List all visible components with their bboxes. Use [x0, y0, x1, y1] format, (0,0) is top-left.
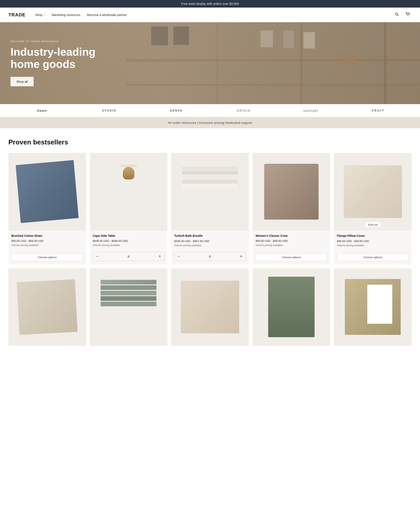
product-image-2: [90, 153, 167, 230]
product-name-3: Turkish Bath Bundle: [174, 234, 246, 238]
towel-row-5: [182, 184, 238, 188]
search-button[interactable]: [393, 11, 401, 19]
towel-row-2: [182, 171, 238, 175]
product-price-5: $40.00 USD - $49.00 USD: [337, 240, 409, 243]
pillow-linen-image: [181, 281, 239, 333]
product-actions-2: − 0 +: [90, 250, 167, 264]
product-name-4: Women's Classic Crew: [255, 234, 327, 238]
benefits-bar: No order minimums | Exclusive pricing| D…: [0, 117, 420, 128]
header-actions: [393, 11, 411, 19]
pillow-blue-image: [16, 160, 79, 223]
product-image-r2-4: [253, 268, 330, 346]
product-volume-1: Volume pricing available: [11, 244, 83, 247]
brand-spotlight[interactable]: spotlight: [277, 108, 344, 113]
side-table-image: [103, 164, 154, 219]
product-price-2: $449.00 USD - $499.00 USD: [93, 239, 165, 243]
product-card-r2-5: [334, 268, 411, 346]
chevron-down-icon: ⌄: [43, 14, 45, 16]
product-info-4: Women's Classic Crew $50.00 USD - $59.00…: [253, 230, 330, 251]
towels-image: [182, 166, 238, 217]
minus-icon-3: −: [177, 254, 180, 259]
product-grid-row1: Brushed Cotton Sham $50.00 USD - $59.00 …: [9, 153, 411, 264]
decrease-qty-3[interactable]: −: [174, 252, 183, 261]
product-grid-row2: [9, 268, 411, 346]
brand-dawn[interactable]: Dawn: [9, 108, 76, 113]
product-actions-3: − 0 +: [171, 250, 249, 264]
pillow-cream2-image: [17, 279, 78, 335]
svg-point-3: [409, 16, 409, 16]
qty-value-3: 0: [183, 255, 237, 258]
quantity-stepper-3: − 0 +: [174, 252, 246, 261]
svg-line-1: [398, 15, 399, 16]
pillow-cream-image: [344, 165, 402, 218]
product-name-2: Cape Side Table: [93, 234, 165, 238]
product-price-3: $430.00 USD - $467.00 USD: [174, 240, 246, 243]
product-info-3: Turkish Bath Bundle $430.00 USD - $467.0…: [171, 230, 249, 250]
product-image-r2-2: [90, 268, 167, 346]
product-image-3: [171, 153, 249, 230]
announcement-bar: Free towel display with orders over $2,5…: [0, 0, 420, 8]
svg-point-2: [407, 16, 408, 16]
product-info-1: Brushed Cotton Sham $50.00 USD - $59.00 …: [9, 230, 86, 251]
increase-qty-3[interactable]: +: [237, 252, 246, 261]
choose-options-button-4[interactable]: Choose options: [255, 253, 327, 261]
nav-item-shop[interactable]: Shop ⌄: [32, 11, 48, 18]
sweater-image: [264, 164, 319, 220]
product-volume-4: Volume pricing available: [255, 244, 327, 247]
hero-content: WELCOME TO TRADE WHOLESALE Industry-lead…: [0, 30, 126, 96]
product-name-5: Flange Pillow Cover: [337, 234, 409, 238]
product-card-2: Cape Side Table $449.00 USD - $499.00 US…: [90, 153, 167, 264]
choose-options-button-5[interactable]: Choose options: [337, 253, 409, 261]
brand-origin[interactable]: ORIGIN: [210, 108, 277, 113]
brand-strip: Dawn STUDIO SENSE ORIGIN spotlight CRAFT: [0, 104, 420, 117]
product-card-r2-1: [9, 268, 86, 346]
svg-point-0: [395, 13, 398, 15]
towel-gray-1: [101, 280, 157, 284]
product-name-1: Brushed Cotton Sham: [11, 234, 83, 238]
logo[interactable]: TRADE: [9, 12, 26, 18]
product-image-r2-5: [334, 268, 411, 346]
decrease-qty-2[interactable]: −: [93, 252, 102, 261]
towels-gray-image: [101, 280, 157, 334]
table-stem: [123, 167, 134, 180]
product-info-5: Flange Pillow Cover $40.00 USD - $49.00 …: [334, 230, 411, 251]
cart-button[interactable]: [404, 11, 411, 19]
towel-gray-2: [101, 285, 157, 290]
product-volume-3: Volume pricing available: [174, 244, 246, 247]
product-card-r2-3: [171, 268, 249, 346]
product-card-1: Brushed Cotton Sham $50.00 USD - $59.00 …: [9, 153, 86, 264]
brand-craft[interactable]: CRAFT: [344, 108, 411, 113]
art-inner: [367, 285, 393, 324]
nav-item-marketing[interactable]: Marketing resources: [48, 11, 84, 18]
product-actions-5: Choose options: [334, 251, 411, 264]
product-price-4: $50.00 USD - $59.00 USD: [255, 239, 327, 243]
choose-options-button-1[interactable]: Choose options: [11, 253, 83, 261]
product-card-5: Sold out Flange Pillow Cover $40.00 USD …: [334, 153, 411, 264]
product-image-1: [9, 153, 86, 230]
nav-item-wholesale[interactable]: Become a wholesale partner: [84, 11, 130, 18]
announcement-text: Free towel display with orders over $2,5…: [181, 2, 239, 5]
section-title: Proven bestsellers: [9, 138, 411, 146]
product-image-5: Sold out: [334, 153, 411, 230]
towel-gray-4: [101, 296, 157, 301]
product-card-r2-4: [253, 268, 330, 346]
towel-gray-5: [101, 302, 157, 306]
product-volume-5: Volume pricing available: [337, 244, 409, 247]
minus-icon: −: [96, 254, 99, 259]
increase-qty-2[interactable]: +: [155, 252, 164, 261]
hero-eyebrow: WELCOME TO TRADE WHOLESALE: [10, 40, 115, 43]
brand-sense[interactable]: SENSE: [143, 108, 210, 113]
product-price-1: $50.00 USD - $59.00 USD: [11, 239, 83, 243]
qty-value-2: 0: [102, 255, 156, 258]
quantity-stepper-2: − 0 +: [93, 252, 165, 261]
hero-title: Industry-leading home goods: [10, 46, 115, 70]
product-card-4: Women's Classic Crew $50.00 USD - $59.00…: [253, 153, 330, 264]
hero-shop-all-button[interactable]: Shop all: [10, 77, 34, 86]
main-nav: Shop ⌄ Marketing resources Become a whol…: [32, 11, 393, 18]
search-icon: [395, 12, 399, 17]
product-actions-1: Choose options: [9, 251, 86, 264]
sold-out-badge: Sold out: [365, 222, 381, 227]
hero-section: WELCOME TO TRADE WHOLESALE Industry-lead…: [0, 22, 420, 104]
product-image-r2-3: [171, 268, 249, 346]
brand-studio[interactable]: STUDIO: [76, 108, 143, 113]
